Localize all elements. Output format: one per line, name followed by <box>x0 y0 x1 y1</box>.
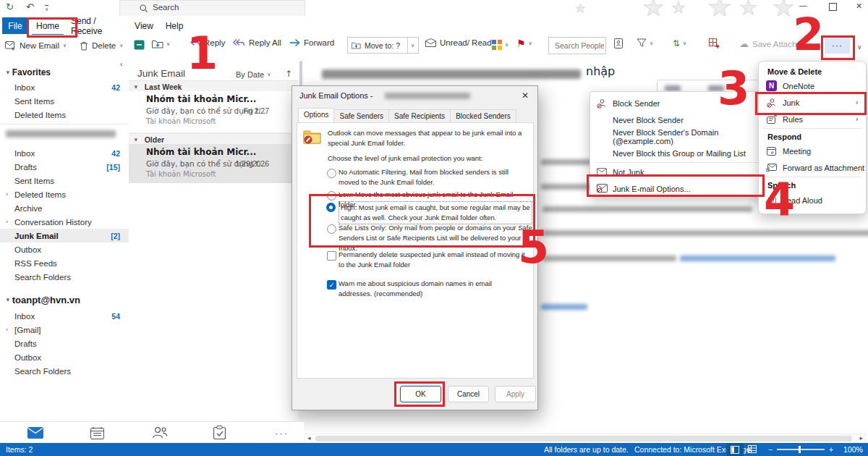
zoom-slider[interactable] <box>777 449 825 450</box>
dialog-tab-blocked-senders[interactable]: Blocked Senders <box>450 109 516 123</box>
dialog-close-icon[interactable]: ✕ <box>522 90 529 101</box>
checkbox-warn-domains-label[interactable]: Warn me about suspicious domain names in… <box>339 279 512 299</box>
move-to-dropdown[interactable]: ∨ <box>407 37 419 54</box>
delete-dropdown-icon[interactable]: ∨ <box>119 43 123 48</box>
ribbon-commands: New Email ∨ Delete ∨ ∨ Reply <box>0 35 868 57</box>
dialog-title: Junk Email Options - <box>299 91 373 100</box>
cancel-button[interactable]: Cancel <box>448 386 489 402</box>
tab-file[interactable]: File <box>2 17 28 34</box>
sidebar-item-drafts[interactable]: Drafts[15] <box>0 160 129 174</box>
new-email-button[interactable]: New Email ∨ <box>5 38 67 53</box>
save-attachments-button[interactable]: ☁ Save Attach <box>739 38 796 49</box>
scroll-thumb[interactable] <box>315 436 852 442</box>
archive-button[interactable] <box>134 40 145 50</box>
sidebar-item-search-folders2[interactable]: Search Folders <box>0 364 129 378</box>
move-dropdown-icon: ∨ <box>166 41 170 47</box>
menu-item-meeting[interactable]: Meeting <box>759 143 866 159</box>
sidebar-item-outbox[interactable]: Outbox <box>0 242 129 256</box>
search-input[interactable]: Search <box>153 3 179 12</box>
quick-access-customize-icon[interactable]: ∨ <box>45 5 48 12</box>
restore-button[interactable] <box>829 3 837 11</box>
sidebar-item-inbox2[interactable]: Inbox54 <box>0 309 129 323</box>
unread-read-button[interactable]: Unread/ Read <box>425 38 492 47</box>
address-book-icon[interactable] <box>613 38 624 48</box>
table-add-icon[interactable] <box>709 38 720 48</box>
dialog-titlebar[interactable]: Junk Email Options - ✕ <box>292 86 537 105</box>
sidebar-item-search-folders[interactable]: Search Folders <box>0 270 129 284</box>
annotation-step-5: 5 <box>518 227 549 268</box>
sidebar-item-inbox[interactable]: Inbox42 <box>0 146 129 160</box>
close-button[interactable]: ✕ <box>856 1 862 11</box>
group-header-last-week[interactable]: ∨ Last Week <box>129 80 304 92</box>
categorize-button[interactable]: ∨ <box>492 40 509 50</box>
subject-blurred <box>322 69 581 79</box>
delete-button[interactable]: Delete ∨ <box>80 38 123 53</box>
nav-tasks-icon[interactable] <box>213 426 226 439</box>
dialog-tab-options[interactable]: Options <box>298 108 334 123</box>
translate-button[interactable]: ⇅ ∨ <box>673 38 686 48</box>
move-folder-icon <box>152 39 163 48</box>
sync-icon[interactable]: ↻ <box>6 1 14 12</box>
favorites-header[interactable]: ∨ Favorites <box>0 65 129 80</box>
dialog-tab-safe-senders[interactable]: Safe Senders <box>333 109 389 123</box>
checkbox-permanently-delete-label[interactable]: Permanently delete suspected junk email … <box>339 250 532 270</box>
menu-item-never-block-group[interactable]: Never Block this Group or Mailing List <box>590 145 766 161</box>
tab-view[interactable]: View <box>132 17 156 34</box>
undo-icon[interactable]: ↶ <box>26 1 34 12</box>
radio-no-filtering[interactable] <box>327 169 336 178</box>
message-row-selected[interactable]: Nhóm tài khoản Micr... Giờ đây, bạn có t… <box>129 144 304 183</box>
nav-calendar-icon[interactable] <box>90 426 104 439</box>
tab-help[interactable]: Help <box>162 17 187 34</box>
sidebar-item-outbox2[interactable]: Outbox <box>0 350 129 364</box>
sidebar-item-rss-feeds[interactable]: RSS Feeds <box>0 256 129 270</box>
sidebar-item-deleted-fav[interactable]: Deleted Items <box>0 108 129 122</box>
search-box[interactable]: Search <box>119 0 305 17</box>
move-to-button[interactable]: Move to: ? <box>347 37 408 54</box>
account-name-blurred <box>6 130 116 138</box>
dialog-tabs: OptionsSafe SendersSafe RecipientsBlocke… <box>298 109 532 124</box>
new-email-dropdown-icon[interactable]: ∨ <box>63 43 67 48</box>
ribbon-collapse-icon[interactable]: ∨ <box>857 43 862 51</box>
nav-more-icon[interactable]: ··· <box>275 428 289 439</box>
checkbox-warn-domains[interactable]: ✓ <box>327 280 336 290</box>
radio-no-filtering-label[interactable]: No Automatic Filtering. Mail from blocke… <box>339 167 531 187</box>
scroll-right-icon[interactable]: ▸ <box>859 434 863 442</box>
search-people-input[interactable] <box>548 37 606 54</box>
zoom-out-icon[interactable]: − <box>768 445 773 454</box>
checkbox-permanently-delete[interactable] <box>327 251 336 261</box>
nav-mail-icon[interactable] <box>27 427 43 439</box>
sidebar-item-conversation-history[interactable]: ›Conversation History <box>0 215 129 229</box>
zoom-level[interactable]: 100% <box>843 445 863 454</box>
scroll-left-icon[interactable]: ◂ <box>307 434 311 442</box>
sidebar-item-sent[interactable]: Sent Items <box>0 174 129 187</box>
sidebar-item-junk-email[interactable]: Junk Email[2] <box>0 229 129 242</box>
menu-item-never-block-domain[interactable]: Never Block Sender's Domain (@example.co… <box>590 128 766 145</box>
move-button[interactable]: ∨ <box>152 39 170 48</box>
forward-button[interactable]: Forward <box>289 38 334 47</box>
sidebar-item-sent-fav[interactable]: Sent Items <box>0 94 129 108</box>
sidebar-item-inbox-fav[interactable]: Inbox42 <box>0 80 129 94</box>
message-subject: Nhóm tài khoản Micr... <box>146 147 256 157</box>
group-header-older[interactable]: ∨ Older <box>129 133 304 145</box>
dialog-tab-safe-recipients[interactable]: Safe Recipients <box>388 109 451 123</box>
reply-all-button[interactable]: Reply All <box>233 38 281 47</box>
annotation-box-ok-button <box>394 381 445 407</box>
account2-header[interactable]: ∨ toanpt@hvn.vn <box>0 292 129 307</box>
sort-by-date-button[interactable]: By Date ∨ <box>236 70 271 79</box>
zoom-in-icon[interactable]: + <box>829 445 833 454</box>
follow-up-flag-button[interactable]: ⚑ ∨ <box>516 38 532 49</box>
decorative-star-icon: ★ <box>671 0 686 17</box>
layout-view-icon[interactable] <box>748 445 757 453</box>
reading-view-icon[interactable] <box>726 443 744 456</box>
apply-button[interactable]: Apply <box>495 386 536 402</box>
sidebar-item-deleted[interactable]: ›Deleted Items <box>0 187 129 201</box>
zoom-slider-thumb[interactable] <box>799 446 801 453</box>
sidebar-item-drafts2[interactable]: Drafts <box>0 337 129 350</box>
message-row[interactable]: Nhóm tài khoản Micr... Giờ đây, bạn có t… <box>129 91 304 133</box>
sort-direction-button[interactable]: ↑ <box>285 69 292 79</box>
filter-email-button[interactable]: ∨ <box>637 38 653 48</box>
nav-people-icon[interactable] <box>152 426 168 439</box>
sidebar-item-archive[interactable]: Archive <box>0 201 129 215</box>
tab-send-receive[interactable]: Send / Receive <box>71 17 126 34</box>
sidebar-item-gmail[interactable]: ›[Gmail] <box>0 323 129 337</box>
